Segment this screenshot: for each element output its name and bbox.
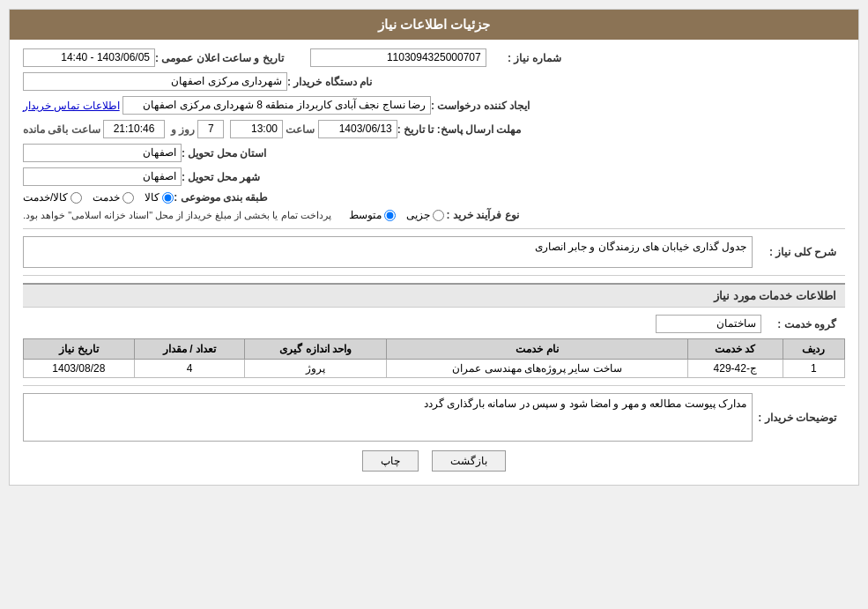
col-kod: کد خدمت: [687, 339, 783, 360]
label-roz: روز و: [171, 123, 195, 136]
label-ostan: استان محل تحویل :: [182, 147, 271, 160]
label-eijadKonande: ایجاد کننده درخواست :: [431, 100, 534, 112]
label-saat: ساعت: [286, 123, 315, 136]
value-eijadKonande: رضا نساج نجف آبادی کاربرداز منطقه 8 شهرد…: [122, 96, 431, 115]
cell-tarikh: 1403/08/28: [24, 360, 135, 378]
main-container: جزئیات اطلاعات نیاز شماره نیاز : 1103094…: [9, 9, 859, 486]
section-title-khedamat: اطلاعات خدمات مورد نیاز: [23, 283, 845, 308]
label-shahr: شهر محل تحویل :: [182, 171, 264, 183]
page-header: جزئیات اطلاعات نیاز: [10, 10, 858, 40]
value-sharhKolliNiaz: جدول گذاری خیابان های رزمندگان و جابر ان…: [23, 236, 753, 268]
row-geroheKhedmat: گروه خدمت : ساختمان: [23, 315, 845, 333]
row-sharhKolliNiaz: شرح کلی نیاز : جدول گذاری خیابان های رزم…: [23, 236, 845, 268]
value-roz: 7: [197, 120, 224, 138]
cell-kod: ج-42-429: [687, 360, 783, 378]
radio-kala-khedmat[interactable]: کالا/خدمت: [23, 191, 82, 204]
col-tarikh: تاریخ نیاز: [24, 339, 135, 360]
link-etelaatTamas[interactable]: اطلاعات تماس خریدار: [23, 100, 120, 112]
cell-radif: 1: [783, 360, 844, 378]
label-tabaqebandi: طبقه بندی موضوعی :: [174, 191, 272, 204]
row-tosifat: توضیحات خریدار : مدارک پیوست مطالعه و مه…: [23, 393, 845, 442]
col-nam: نام خدمت: [387, 339, 687, 360]
label-tosifat: توضیحات خریدار :: [753, 412, 841, 424]
radio-kala-label: کالا: [145, 191, 160, 204]
radio-kala-input[interactable]: [162, 192, 174, 204]
radio-jozi-label: جزیی: [406, 209, 430, 221]
label-baghimande: ساعت باقی مانده: [23, 123, 100, 136]
radio-kala[interactable]: کالا: [145, 191, 174, 204]
print-button[interactable]: چاپ: [362, 450, 419, 472]
value-tosifat: مدارک پیوست مطالعه و مهر و امضا شود و سپ…: [23, 393, 753, 442]
page-content: شماره نیاز : 1103094325000707 تاریخ و سا…: [10, 40, 858, 485]
row-namDastgah: نام دستگاه خریدار : شهرداری مرکزی اصفهان: [23, 72, 845, 91]
value-mohlatDate: 1403/06/13: [318, 120, 397, 138]
row-ostan: استان محل تحویل : اصفهان: [23, 144, 845, 162]
label-namDastgah: نام دستگاه خریدار :: [287, 76, 376, 88]
radio-khedmat-label: خدمت: [93, 191, 120, 204]
separator-1: [23, 228, 845, 229]
cell-vahed: پروژ: [245, 360, 387, 378]
button-row: بازگشت چاپ: [23, 450, 845, 472]
row-shahr: شهر محل تحویل : اصفهان: [23, 167, 845, 186]
farayand-info-text: پرداخت تمام یا بخشی از مبلغ خریداز از مح…: [23, 210, 331, 221]
radio-khedmat-input[interactable]: [122, 192, 134, 204]
separator-3: [23, 385, 845, 386]
label-sharhKolliNiaz: شرح کلی نیاز :: [753, 246, 841, 258]
value-shahr: اصفهان: [23, 167, 182, 186]
value-shomareNiaz: 1103094325000707: [310, 48, 486, 67]
services-table: ردیف کد خدمت نام خدمت واحد اندازه گیری ت…: [23, 338, 845, 378]
label-geroheKhedmat: گروه خدمت :: [761, 318, 841, 330]
radio-jozi[interactable]: جزیی: [406, 209, 444, 221]
label-shomareNiaz: شماره نیاز :: [486, 52, 566, 64]
value-ostan: اصفهان: [23, 144, 182, 162]
value-namDastgah: شهرداری مرکزی اصفهان: [23, 72, 287, 91]
value-saat: 13:00: [230, 120, 283, 138]
noeFarayand-radiogroup: جزیی متوسط پرداخت تمام یا بخشی از مبلغ خ…: [23, 209, 444, 221]
label-mohlatErsalPasokh: مهلت ارسال پاسخ: تا تاریخ :: [397, 123, 526, 136]
label-tarikh-elane: تاریخ و ساعت اعلان عمومی :: [155, 52, 288, 64]
radio-motevasset[interactable]: متوسط: [349, 209, 396, 221]
value-geroheKhedmat: ساختمان: [656, 315, 761, 333]
col-vahed: واحد اندازه گیری: [245, 339, 387, 360]
row-shomareNiaz: شماره نیاز : 1103094325000707 تاریخ و سا…: [23, 48, 845, 67]
table-row: 1ج-42-429ساخت سایر پروژه‌های مهندسی عمرا…: [24, 360, 845, 378]
radio-kala-khedmat-label: کالا/خدمت: [23, 191, 68, 204]
cell-tedad: 4: [134, 360, 245, 378]
row-eijadKonande: ایجاد کننده درخواست : رضا نساج نجف آبادی…: [23, 96, 845, 115]
row-mohlatErsalPasokh: مهلت ارسال پاسخ: تا تاریخ : 1403/06/13 س…: [23, 120, 845, 138]
col-tedad: تعداد / مقدار: [134, 339, 245, 360]
services-table-wrap: ردیف کد خدمت نام خدمت واحد اندازه گیری ت…: [23, 338, 845, 378]
radio-motevasset-label: متوسط: [349, 209, 382, 221]
radio-motevasset-input[interactable]: [384, 210, 396, 221]
col-radif: ردیف: [783, 339, 844, 360]
header-title: جزئیات اطلاعات نیاز: [378, 17, 490, 32]
row-tabaqebandi: طبقه بندی موضوعی : کالا خدمت کالا/خدمت: [23, 191, 845, 204]
radio-khedmat[interactable]: خدمت: [93, 191, 134, 204]
label-noeFarayand: نوع فرآیند خرید :: [444, 209, 523, 221]
separator-2: [23, 275, 845, 276]
row-noeFarayand: نوع فرآیند خرید : جزیی متوسط پرداخت تمام…: [23, 209, 845, 221]
back-button[interactable]: بازگشت: [432, 450, 506, 472]
radio-kala-khedmat-input[interactable]: [70, 192, 82, 204]
radio-jozi-input[interactable]: [433, 210, 444, 221]
value-tarikh-elane: 1403/06/05 - 14:40: [23, 48, 155, 67]
cell-nam: ساخت سایر پروژه‌های مهندسی عمران: [387, 360, 687, 378]
value-baghimande: 21:10:46: [103, 120, 165, 138]
tabaqebandi-radiogroup: کالا خدمت کالا/خدمت: [23, 191, 174, 204]
